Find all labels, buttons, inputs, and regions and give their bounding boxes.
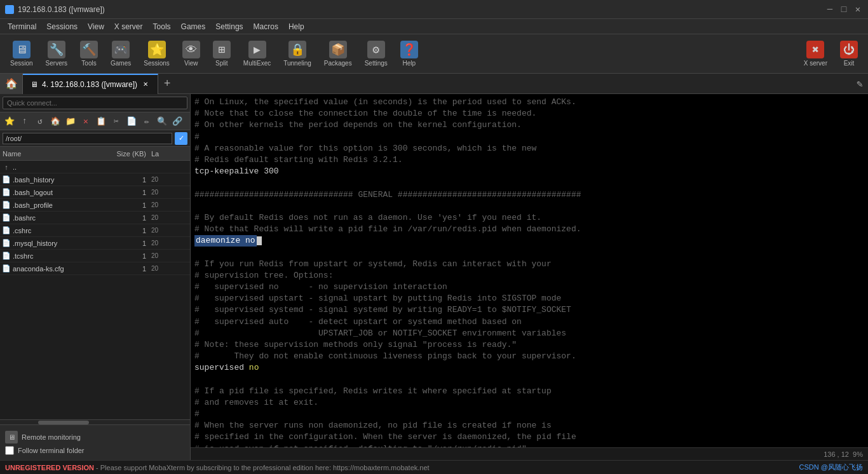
menu-settings[interactable]: Settings (210, 21, 248, 32)
view-label: View (184, 60, 198, 67)
toolbar-exit[interactable]: ⏻ Exit (835, 38, 863, 69)
active-tab[interactable]: 🖥 4. 192.168.0.183 ([vmware]) ✕ (23, 74, 158, 94)
list-item[interactable]: 📄 .cshrc 1 20 (0, 224, 190, 237)
title-bar-left: 192.168.0.183 ([vmware]) (5, 5, 105, 14)
exit-icon: ⏻ (840, 41, 858, 58)
home-button[interactable]: 🏠 (0, 74, 23, 94)
paste-btn[interactable]: 📄 (125, 114, 139, 128)
menu-xserver[interactable]: X server (109, 21, 148, 32)
sessions-icon: ⭐ (148, 41, 166, 58)
toolbar-tunneling[interactable]: 🔒 Tunneling (278, 38, 316, 69)
menu-macros[interactable]: Macros (248, 21, 283, 32)
close-button[interactable]: ✕ (853, 4, 863, 15)
file-date: 20 (146, 189, 190, 196)
minimize-button[interactable]: ─ (825, 4, 835, 15)
list-item[interactable]: 📄 .bash_history 1 20 (0, 173, 190, 186)
title-bar-controls[interactable]: ─ □ ✕ (825, 4, 863, 15)
split-label: Split (215, 60, 227, 67)
cursor-position: 136 , 12 (824, 450, 849, 458)
menu-terminal[interactable]: Terminal (3, 21, 41, 32)
menu-view[interactable]: View (83, 21, 109, 32)
toolbar-xserver[interactable]: ✖ X server (799, 38, 832, 69)
terminal-line: # If a pid file is specified, Redis writ… (194, 386, 864, 397)
cut-btn[interactable]: ✂ (109, 114, 123, 128)
menu-sessions[interactable]: Sessions (41, 21, 83, 32)
games-icon: 🎮 (112, 41, 130, 58)
follow-terminal-checkbox[interactable] (5, 446, 14, 455)
parent-dir-name: .. (13, 163, 102, 171)
tunneling-icon: 🔒 (288, 41, 306, 58)
menu-games[interactable]: Games (176, 21, 211, 32)
file-size: 1 (102, 189, 146, 196)
scroll-percent: 9% (853, 450, 863, 458)
terminal-line: # Redis default starting with Redis 3.2.… (194, 154, 864, 166)
scrollbar-thumb[interactable] (38, 421, 89, 424)
toolbar-sessions[interactable]: ⭐ Sessions (139, 38, 175, 69)
xserver-label: X server (804, 60, 827, 67)
search-btn[interactable]: 🔍 (155, 114, 169, 128)
list-item[interactable]: 📄 .bashrc 1 20 (0, 212, 190, 224)
terminal-line: # and removes it at exit. (194, 397, 864, 409)
menu-help[interactable]: Help (283, 21, 309, 32)
terminal-line: # specified in the configuration. When t… (194, 431, 864, 443)
path-input[interactable] (3, 133, 172, 144)
file-size: 1 (102, 265, 146, 273)
header-size: Size (KB) (102, 150, 146, 158)
toolbar-settings[interactable]: ⚙ Settings (360, 38, 393, 69)
xserver-icon: ✖ (806, 41, 824, 58)
list-item[interactable]: 📄 anaconda-ks.cfg 1 20 (0, 262, 190, 275)
toolbar-packages[interactable]: 📦 Packages (319, 38, 357, 69)
tab-close-button[interactable]: ✕ (141, 80, 150, 89)
toolbar-split[interactable]: ⊞ Split (208, 38, 236, 69)
title-bar: 192.168.0.183 ([vmware]) ─ □ ✕ (0, 0, 868, 19)
toolbar-games[interactable]: 🎮 Games (105, 38, 136, 69)
file-name: .bash_profile (13, 201, 102, 209)
toolbar-multiexec[interactable]: ▶ MultiExec (238, 38, 276, 69)
file-row-parent[interactable]: ↑ .. (0, 161, 190, 173)
terminal-content[interactable]: # On Linux, the specified value (in seco… (191, 94, 868, 447)
file-name: .bash_logout (13, 189, 102, 196)
terminal-line: # Note: these supervision methods only s… (194, 339, 864, 351)
menu-tools[interactable]: Tools (148, 21, 176, 32)
horizontal-scrollbar[interactable] (0, 419, 190, 424)
list-item[interactable]: 📄 .bash_logout 1 20 (0, 186, 190, 199)
file-date: 20 (146, 201, 190, 208)
follow-terminal-row[interactable]: Follow terminal folder (5, 446, 185, 455)
home-dir-btn[interactable]: 🏠 (48, 114, 62, 128)
delete-btn[interactable]: ✕ (79, 114, 93, 128)
toolbar-servers[interactable]: 🔧 Servers (41, 38, 72, 69)
copy-btn[interactable]: 📋 (94, 114, 108, 128)
servers-icon: 🔧 (48, 41, 65, 58)
folder-btn[interactable]: 📁 (64, 114, 78, 128)
refresh-btn[interactable]: ↺ (33, 114, 47, 128)
tunneling-label: Tunneling (283, 60, 311, 67)
terminal-line: supervised no (194, 362, 864, 374)
maximize-button[interactable]: □ (839, 4, 849, 15)
terminal-line: # supervised upstart - signal upstart by… (194, 293, 864, 304)
tab-edit-icon[interactable]: ✎ (857, 78, 868, 90)
up-dir-btn[interactable]: ↑ (18, 114, 32, 128)
file-date: 20 (146, 240, 190, 247)
list-item[interactable]: 📄 .bash_profile 1 20 (0, 199, 190, 212)
file-icon: 📄 (0, 239, 13, 247)
link-btn[interactable]: 🔗 (170, 114, 184, 128)
list-item[interactable]: 📄 .tcshrc 1 20 (0, 250, 190, 262)
quick-connect-input[interactable] (3, 97, 187, 109)
terminal-line: ################################ GENERAL… (194, 189, 864, 201)
toolbar-view[interactable]: 👁 View (177, 38, 205, 69)
remote-monitoring-icon: 🖥 (5, 431, 18, 444)
terminal-line: # UPSTART_JOB or NOTIFY_SOCKET environme… (194, 328, 864, 339)
new-tab-button[interactable]: + (158, 75, 176, 93)
file-list: ↑ .. 📄 .bash_history 1 20 📄 .bash_logout… (0, 161, 190, 419)
favorite-btn[interactable]: ⭐ (3, 114, 17, 128)
terminal-line: # (194, 132, 864, 143)
toolbar-tools[interactable]: 🔨 Tools (75, 38, 103, 69)
terminal-line: # If you run Redis from upstart or syste… (194, 259, 864, 270)
list-item[interactable]: 📄 .mysql_history 1 20 (0, 237, 190, 250)
terminal-line: # By default Redis does not run as a dae… (194, 212, 864, 224)
file-name: .bashrc (13, 214, 102, 222)
edit-btn[interactable]: ✏ (140, 114, 154, 128)
toolbar-help[interactable]: ❓ Help (395, 38, 423, 69)
toolbar-session[interactable]: 🖥 Session (5, 38, 38, 69)
path-confirm-button[interactable]: ✓ (175, 132, 187, 145)
